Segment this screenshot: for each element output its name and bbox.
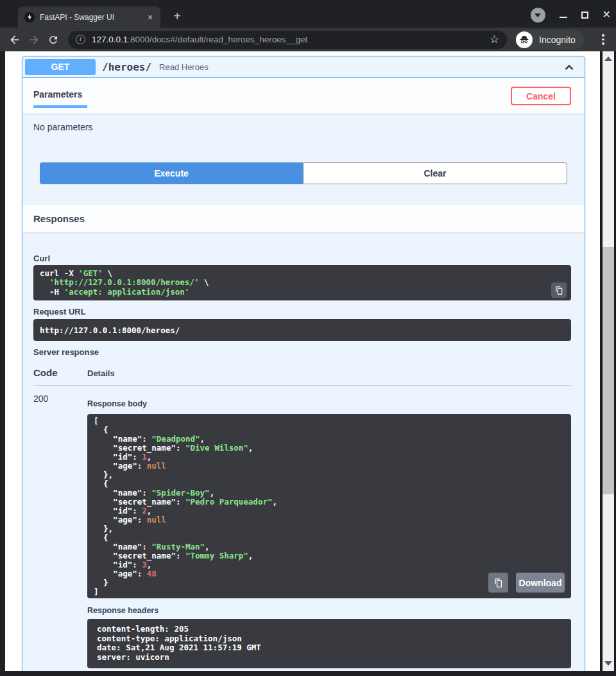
- opblock-get-heroes: GET /heroes/ Read Heroes Parameters Canc…: [22, 56, 585, 671]
- page-scrollbar[interactable]: [603, 51, 614, 671]
- maximize-button[interactable]: [581, 12, 588, 19]
- parameters-header: Parameters Cancel: [22, 78, 585, 114]
- responses-section: Curl curl -X 'GET' \ 'http://127.0.0.1:8…: [22, 232, 585, 671]
- minimize-button[interactable]: [560, 17, 567, 18]
- back-button[interactable]: [5, 33, 24, 46]
- download-button[interactable]: Download: [516, 573, 565, 593]
- incognito-badge: Incognito: [515, 30, 585, 49]
- browser-toolbar: i 127.0.0.1:8000/docs#/default/read_hero…: [0, 28, 616, 51]
- new-tab-button[interactable]: +: [168, 8, 186, 26]
- tab-title: FastAPI - Swagger UI: [40, 13, 145, 22]
- copy-curl-button[interactable]: [551, 282, 567, 298]
- method-badge: GET: [25, 59, 96, 75]
- incognito-icon: [516, 31, 533, 48]
- opblock-body: No parameters Execute Clear Responses Cu…: [22, 114, 585, 671]
- copy-response-button[interactable]: [488, 573, 508, 593]
- curl-command-block: curl -X 'GET' \ 'http://127.0.0.1:8000/h…: [33, 265, 571, 300]
- response-body-json: [ { "name": "Deadpond", "secret_name": "…: [87, 414, 571, 598]
- no-parameters-text: No parameters: [22, 114, 585, 132]
- clear-button[interactable]: Clear: [303, 162, 567, 184]
- browser-update-icon[interactable]: [531, 8, 545, 22]
- response-body-block: [ { "name": "Deadpond", "secret_name": "…: [87, 414, 571, 598]
- server-response-label: Server response: [33, 347, 571, 357]
- scroll-up-icon[interactable]: [604, 56, 612, 61]
- responses-table-header: Code Details: [33, 367, 571, 378]
- request-url-label: Request URL: [33, 307, 571, 316]
- response-body-controls: Download: [488, 573, 565, 593]
- browser-menu-icon[interactable]: [594, 34, 613, 45]
- tab-parameters[interactable]: Parameters: [33, 87, 82, 108]
- url-text: 127.0.0.1:8000/docs#/default/read_heroes…: [92, 35, 484, 44]
- collapse-chevron-icon[interactable]: [563, 61, 576, 74]
- response-body-label: Response body: [87, 399, 571, 408]
- page-info-icon[interactable]: i: [76, 35, 85, 44]
- curl-label: Curl: [33, 254, 571, 263]
- response-row: 200 Response body [ { "name": "Deadpond"…: [33, 386, 571, 668]
- response-headers-block: content-length: 205content-type: applica…: [87, 619, 571, 668]
- opblock-header[interactable]: GET /heroes/ Read Heroes: [22, 57, 585, 78]
- incognito-label: Incognito: [539, 35, 576, 45]
- browser-tab[interactable]: FastAPI - Swagger UI ×: [18, 6, 160, 28]
- execute-row: Execute Clear: [33, 162, 574, 184]
- status-code: 200: [33, 394, 87, 668]
- responses-title: Responses: [33, 213, 85, 224]
- swagger-page: GET /heroes/ Read Heroes Parameters Canc…: [5, 51, 600, 671]
- address-bar[interactable]: i 127.0.0.1:8000/docs#/default/read_hero…: [68, 31, 507, 49]
- request-url-text: http://127.0.0.1:8000/heroes/: [33, 319, 571, 341]
- close-window-button[interactable]: ✕: [603, 10, 611, 20]
- cancel-button[interactable]: Cancel: [511, 87, 571, 105]
- scroll-down-icon[interactable]: [604, 661, 612, 666]
- response-headers-label: Response headers: [87, 606, 571, 615]
- endpoint-summary: Read Heroes: [159, 62, 563, 72]
- scrollbar-thumb[interactable]: [603, 247, 614, 494]
- endpoint-path: /heroes/: [102, 61, 151, 73]
- tab-close-icon[interactable]: ×: [145, 12, 155, 22]
- response-headers-text: content-length: 205content-type: applica…: [87, 619, 571, 668]
- fastapi-logo-icon: [24, 12, 35, 22]
- execute-button[interactable]: Execute: [40, 162, 303, 184]
- bookmark-star-icon[interactable]: ☆: [490, 33, 499, 46]
- request-url-block: http://127.0.0.1:8000/heroes/: [33, 319, 571, 341]
- code-column-header: Code: [33, 367, 87, 378]
- forward-button[interactable]: [24, 33, 44, 46]
- responses-header: Responses: [22, 205, 585, 232]
- reload-button[interactable]: [44, 34, 63, 46]
- curl-command-text: curl -X 'GET' \ 'http://127.0.0.1:8000/h…: [33, 265, 571, 300]
- browser-titlebar: FastAPI - Swagger UI × + ✕: [0, 0, 616, 28]
- details-column-header: Details: [87, 368, 115, 378]
- response-details: Response body [ { "name": "Deadpond", "s…: [87, 394, 571, 668]
- window-controls: ✕: [531, 5, 611, 24]
